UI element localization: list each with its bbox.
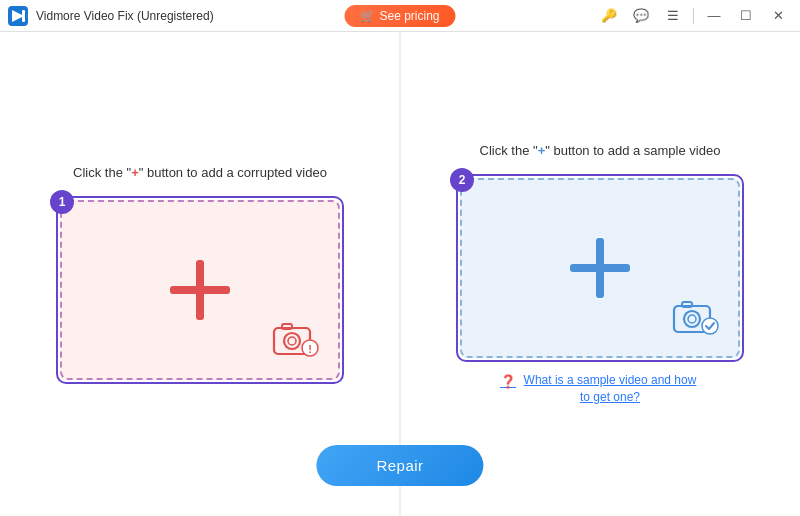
svg-point-4 [284,333,300,349]
right-panel-instruction: Click the "+" button to add a sample vid… [480,143,721,158]
key-button[interactable]: 🔑 [595,5,623,27]
left-upload-outer: 1 [56,196,344,384]
title-bar-center: 🛒 See pricing [344,5,455,27]
helper-link-text: What is a sample video and how to get on… [520,372,700,406]
maximize-icon: ☐ [740,8,752,23]
svg-rect-6 [282,324,292,329]
title-bar-right: 🔑 💬 ☰ — ☐ ✕ [595,5,792,27]
close-button[interactable]: ✕ [764,5,792,27]
app-logo-icon [8,6,28,26]
close-icon: ✕ [773,8,784,23]
plus-symbol-left: + [131,165,139,180]
plus-vertical-left [196,260,204,320]
plus-symbol-right: + [538,143,546,158]
svg-rect-2 [22,10,25,22]
left-panel-instruction: Click the "+" button to add a corrupted … [73,165,327,180]
see-pricing-button[interactable]: 🛒 See pricing [344,5,455,27]
repair-button[interactable]: Repair [316,445,483,486]
corrupted-camera-icon: ! [270,318,322,362]
menu-icon: ☰ [667,8,679,23]
svg-point-11 [688,315,696,323]
svg-text:!: ! [308,343,312,355]
app-title: Vidmore Video Fix (Unregistered) [36,9,214,23]
left-plus-icon [170,260,230,320]
right-upload-outer: 2 [456,174,744,362]
maximize-button[interactable]: ☐ [732,5,760,27]
minimize-button[interactable]: — [700,5,728,27]
chat-icon: 💬 [633,8,649,23]
left-badge: 1 [50,190,74,214]
right-plus-icon [570,238,630,298]
minimize-icon: — [708,8,721,23]
see-pricing-label: See pricing [379,9,439,23]
plus-vertical-right [596,238,604,298]
cart-icon: 🛒 [360,9,375,23]
repair-btn-label: Repair [376,457,423,474]
right-panel: Click the "+" button to add a sample vid… [400,32,800,516]
main-content: Click the "+" button to add a corrupted … [0,32,800,516]
key-icon: 🔑 [601,8,617,23]
svg-point-10 [684,311,700,327]
svg-point-13 [702,318,718,334]
right-upload-zone[interactable]: 2 [460,178,740,358]
left-upload-zone[interactable]: 1 [60,200,340,380]
chat-button[interactable]: 💬 [627,5,655,27]
sample-video-help-link[interactable]: ❓ What is a sample video and how to get … [500,372,700,406]
right-badge: 2 [450,168,474,192]
help-circle-icon: ❓ [500,373,516,391]
sample-camera-icon [670,296,722,340]
title-bar-left: Vidmore Video Fix (Unregistered) [8,6,214,26]
svg-rect-12 [682,302,692,307]
menu-button[interactable]: ☰ [659,5,687,27]
repair-section: Repair [316,445,483,486]
separator [693,8,694,24]
svg-point-5 [288,337,296,345]
left-panel: Click the "+" button to add a corrupted … [0,32,400,516]
title-bar: Vidmore Video Fix (Unregistered) 🛒 See p… [0,0,800,32]
